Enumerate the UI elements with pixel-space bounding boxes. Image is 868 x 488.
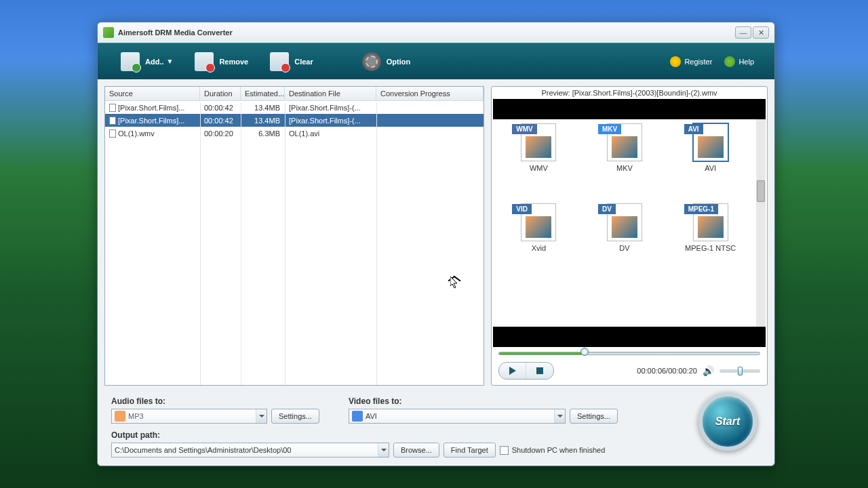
table-body[interactable]: [Pixar.Short.Films]...00:00:4213.4MB[Pix…	[105, 101, 484, 385]
file-icon	[109, 117, 116, 125]
format-label: Xvid	[532, 244, 546, 252]
music-icon	[115, 411, 125, 422]
table-row[interactable]: [Pixar.Short.Films]...00:00:4213.4MB[Pix…	[105, 101, 484, 114]
format-item[interactable]: WMVWMV	[496, 122, 582, 202]
clear-label: Clear	[294, 58, 313, 66]
format-item[interactable]: VIDXvid	[496, 202, 582, 282]
volume-thumb[interactable]	[738, 367, 743, 375]
format-item[interactable]: DVDV	[582, 202, 668, 282]
video-settings-button[interactable]: Settings...	[570, 409, 618, 424]
format-grid[interactable]: WMVWMVMKVMKVAVIAVIVIDXvidDVDVMPEG-1MPEG-…	[493, 119, 756, 327]
app-window: Aimersoft DRM Media Converter — ✕ Add.. …	[97, 22, 775, 466]
shutdown-checkbox[interactable]	[500, 446, 509, 455]
seek-thumb[interactable]	[580, 348, 589, 356]
volume-icon[interactable]: 🔊	[703, 365, 714, 376]
format-thumb: VID	[521, 203, 556, 241]
help-icon	[724, 56, 735, 67]
preview-title: Preview: [Pixar.Short.Films]-(2003)[Boun…	[492, 87, 767, 99]
play-button[interactable]	[499, 363, 526, 379]
output-value: C:\Documents and Settings\Administrator\…	[115, 446, 375, 454]
volume-slider[interactable]	[719, 369, 760, 373]
clear-icon	[270, 52, 289, 71]
output-path-combo[interactable]: C:\Documents and Settings\Administrator\…	[111, 443, 389, 458]
format-item[interactable]: MPEG-1MPEG-1 NTSC	[667, 202, 753, 282]
format-label: AVI	[705, 164, 716, 172]
video-label: Video files to:	[349, 396, 660, 406]
format-label: MPEG-1 NTSC	[685, 244, 736, 252]
format-label: WMV	[530, 164, 548, 172]
add-icon	[121, 52, 140, 71]
window-title: Aimersoft DRM Media Converter	[118, 28, 233, 37]
format-label: MKV	[616, 164, 633, 172]
remove-button[interactable]: Remove	[192, 49, 251, 74]
find-target-button[interactable]: Find Target	[443, 443, 496, 458]
gear-icon	[362, 52, 381, 71]
chevron-down-icon[interactable]	[554, 409, 565, 423]
format-thumb: MKV	[607, 123, 642, 161]
video-icon	[352, 411, 363, 422]
col-destination[interactable]: Destination File	[285, 87, 376, 100]
clear-button[interactable]: Clear	[267, 49, 316, 74]
option-button[interactable]: Option	[359, 49, 413, 74]
titlebar[interactable]: Aimersoft DRM Media Converter — ✕	[98, 22, 774, 43]
minimize-button[interactable]: —	[735, 26, 751, 39]
table-row[interactable]: OL(1).wmv00:00:206.3MBOL(1).avi	[105, 127, 484, 140]
table-row[interactable]: [Pixar.Short.Films]...00:00:4213.4MB[Pix…	[105, 114, 484, 127]
stop-button[interactable]	[526, 363, 553, 379]
add-label: Add..	[145, 58, 164, 66]
register-link[interactable]: Register	[670, 56, 712, 67]
format-item[interactable]: AVIAVI	[667, 122, 753, 202]
chevron-down-icon[interactable]: ▼	[167, 58, 174, 65]
format-thumb: WMV	[521, 123, 556, 161]
play-icon	[509, 367, 516, 375]
register-icon	[670, 56, 681, 67]
format-item[interactable]: MKVMKV	[582, 122, 668, 202]
shutdown-label: Shutdown PC when finished	[512, 446, 606, 454]
app-icon	[103, 27, 114, 38]
playback-time: 00:00:06/00:00:20	[637, 367, 697, 375]
add-button[interactable]: Add.. ▼	[118, 49, 176, 74]
audio-settings-button[interactable]: Settings...	[271, 409, 319, 424]
audio-format-combo[interactable]: MP3	[111, 409, 267, 424]
col-progress[interactable]: Conversion Progress	[376, 87, 484, 100]
file-icon	[109, 129, 116, 138]
browse-button[interactable]: Browse...	[393, 443, 439, 458]
file-list[interactable]: Source Duration Estimated... Destination…	[104, 86, 484, 386]
format-thumb: MPEG-1	[693, 203, 728, 241]
video-value: AVI	[366, 412, 551, 420]
main-toolbar: Add.. ▼ Remove Clear Option Register Hel…	[98, 43, 774, 79]
option-label: Option	[387, 58, 410, 66]
audio-value: MP3	[128, 412, 253, 420]
seek-slider[interactable]	[498, 350, 760, 358]
chevron-down-icon[interactable]	[378, 443, 389, 457]
close-button[interactable]: ✕	[753, 26, 769, 39]
format-thumb: AVI	[693, 123, 728, 161]
col-estimated[interactable]: Estimated...	[241, 87, 285, 100]
remove-icon	[195, 52, 214, 71]
register-label: Register	[684, 58, 712, 66]
start-label: Start	[715, 415, 740, 428]
preview-panel: Preview: [Pixar.Short.Films]-(2003)[Boun…	[491, 86, 768, 386]
format-scrollbar[interactable]	[756, 119, 766, 327]
col-duration[interactable]: Duration	[200, 87, 241, 100]
help-link[interactable]: Help	[724, 56, 754, 67]
bottom-panel: Audio files to: MP3 Settings... Video fi…	[98, 392, 774, 466]
remove-label: Remove	[219, 58, 248, 66]
start-button[interactable]: Start	[698, 392, 757, 451]
video-format-combo[interactable]: AVI	[349, 409, 566, 424]
stop-icon	[536, 367, 543, 374]
file-icon	[109, 104, 116, 112]
output-label: Output path:	[111, 430, 660, 440]
preview-video[interactable]: WMVWMVMKVMKVAVIAVIVIDXvidDVDVMPEG-1MPEG-…	[493, 99, 766, 347]
format-label: DV	[619, 244, 629, 252]
col-source[interactable]: Source	[105, 87, 200, 100]
help-label: Help	[738, 58, 754, 66]
chevron-down-icon[interactable]	[256, 409, 267, 423]
audio-label: Audio files to:	[111, 396, 349, 406]
format-thumb: DV	[607, 203, 642, 241]
table-header[interactable]: Source Duration Estimated... Destination…	[105, 87, 484, 101]
